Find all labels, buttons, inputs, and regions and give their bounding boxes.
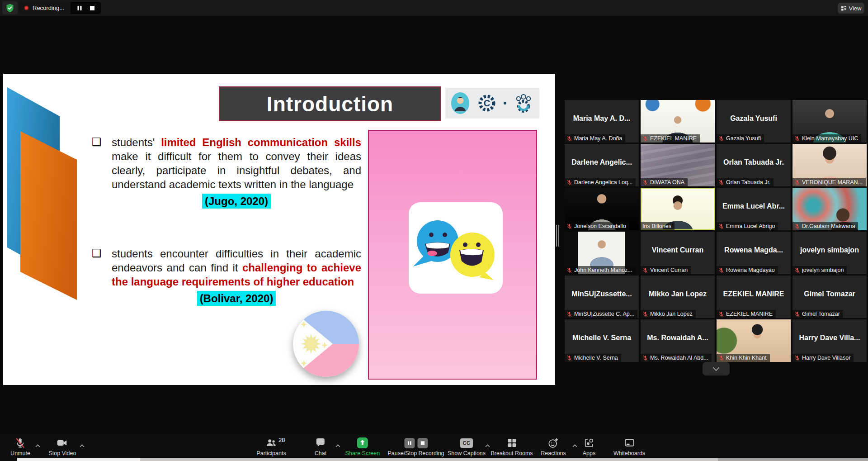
participant-label: Ms. Rowaidah Al Abd... <box>641 354 712 362</box>
view-button[interactable]: View <box>838 3 864 14</box>
participant-display-name: Gimel Tomazar <box>793 290 867 298</box>
stop-icon[interactable] <box>417 438 428 448</box>
participant-tile[interactable]: Iris Billones <box>641 188 715 230</box>
participant-tile[interactable]: EZEKIEL MANIREEZEKIEL MANIRE <box>717 276 791 318</box>
muted-mic-icon <box>642 355 648 361</box>
mic-muted-icon <box>15 437 26 449</box>
dot-separator <box>504 102 506 105</box>
participant-label: Gimel Tomazar <box>793 310 843 318</box>
security-shield-icon[interactable] <box>2 1 18 14</box>
reactions-options-chevron[interactable] <box>572 441 577 449</box>
participant-tile[interactable]: Darlene Angelic...Darlene Angelica Loq..… <box>565 144 639 186</box>
stop-video-button[interactable]: Stop Video <box>49 437 76 456</box>
participant-label: Maria May A. Doña <box>565 134 625 143</box>
bullet-2: ❑ students encounter difficulties in the… <box>92 247 363 306</box>
participant-tile[interactable]: Michelle V. SernaMichelle V. Serna <box>565 319 639 362</box>
participant-tile[interactable]: Vincent CurranVincent Curran <box>641 232 715 274</box>
participant-tile[interactable]: Gimel TomazarGimel Tomazar <box>793 276 867 318</box>
chat-button[interactable]: Chat <box>315 437 326 456</box>
apps-button[interactable]: Apps <box>583 437 596 456</box>
participant-tile[interactable]: EZEKIEL MANIRE <box>641 100 715 143</box>
participants-button[interactable]: 28 Participants <box>256 437 286 456</box>
video-options-chevron[interactable] <box>80 441 85 449</box>
participant-tile[interactable]: jovelyn simbajonjovelyn simbajon <box>793 232 867 274</box>
participant-tile[interactable]: MinSU|Zussette...MinSU|Zussette C. Ap... <box>565 276 639 318</box>
breakout-rooms-button[interactable]: Breakout Rooms <box>491 437 533 456</box>
svg-text:C: C <box>484 98 490 108</box>
participant-label: Jonelson Escandallo <box>565 222 629 230</box>
citation-bolivar: (Bolivar, 2020) <box>197 291 276 306</box>
participant-tile[interactable]: Maria May A. D...Maria May A. Doña <box>565 100 639 143</box>
participant-tile[interactable]: Mikko Jan LopezMikko Jan Lopez <box>641 276 715 318</box>
participant-tile[interactable]: Klein Mamayabay UIC <box>793 100 867 143</box>
meeting-toolbar: Unmute Stop Video 28 Participants Chat S… <box>0 435 868 461</box>
panel-resize-handle[interactable] <box>556 225 560 247</box>
muted-mic-icon <box>718 180 724 185</box>
participants-label: Participants <box>256 450 286 456</box>
muted-mic-icon <box>794 311 800 317</box>
whiteboards-label: Whiteboards <box>613 450 645 456</box>
participant-tile[interactable]: VERONIQUE MARAN... <box>793 144 867 186</box>
participant-label: Iris Billones <box>641 222 675 230</box>
bullet-1-red-text: limited English communication skills <box>161 136 361 148</box>
reactions-button[interactable]: Reactions <box>541 437 566 456</box>
unmute-button[interactable]: Unmute <box>10 437 30 456</box>
captions-options-chevron[interactable] <box>485 441 490 449</box>
chevron-down-icon <box>712 367 720 371</box>
muted-mic-icon <box>566 223 572 229</box>
participant-tile[interactable]: DIWATA ONA <box>641 144 715 186</box>
bullet-1: ❑ students' limited English communicatio… <box>92 135 363 209</box>
participant-display-name: Gazala Yusufi <box>717 114 791 123</box>
participant-tile[interactable]: Jonelson Escandallo <box>565 188 639 230</box>
recording-label-bottom: Pause/Stop Recording <box>387 450 444 456</box>
participant-tile[interactable]: Rowena Magda...Rowena Magdayao <box>717 232 791 274</box>
muted-mic-icon <box>566 311 572 317</box>
participant-tile[interactable]: Orlan Tabuada Jr.Orlan Tabuada Jr. <box>717 144 791 186</box>
people-gear-logo-icon <box>513 92 534 114</box>
participant-tile[interactable]: John Kenneth Manoz... <box>565 232 639 274</box>
muted-mic-icon <box>718 136 724 142</box>
stop-recording-icon[interactable] <box>90 5 95 11</box>
stop-video-label: Stop Video <box>49 450 76 456</box>
participant-label: EZEKIEL MANIRE <box>641 134 700 143</box>
chat-options-chevron[interactable] <box>335 441 340 449</box>
muted-mic-icon <box>642 311 648 317</box>
participant-display-name: Harry Dave Villa... <box>793 334 867 342</box>
breakout-rooms-icon <box>506 437 517 448</box>
participant-tile[interactable]: Gazala YusufiGazala Yusufi <box>717 100 791 143</box>
gallery-view-icon <box>841 5 847 11</box>
share-screen-icon <box>357 437 368 448</box>
participant-tile[interactable]: Khin Khin Khant <box>717 319 791 362</box>
pause-recording-icon[interactable] <box>77 5 82 11</box>
participant-tile[interactable]: Harry Dave Villa...Harry Dave Villasor <box>793 319 867 362</box>
participant-display-name: Rowena Magda... <box>717 246 791 254</box>
participant-display-name: Mikko Jan Lopez <box>641 290 715 298</box>
bullet-1-text-post: make it difficult for them to convey the… <box>112 150 361 190</box>
participant-display-name: Ms. Rowaidah A... <box>641 334 715 342</box>
muted-mic-icon <box>566 355 572 361</box>
philippine-flag-icon <box>293 311 359 377</box>
participant-tile[interactable]: Dr.Gautam Makwana <box>793 188 867 230</box>
apps-icon <box>584 437 594 448</box>
participant-label: Darlene Angelica Loq... <box>565 178 636 186</box>
unmute-options-chevron[interactable] <box>35 441 40 449</box>
muted-mic-icon <box>718 355 724 361</box>
participant-tile[interactable]: Ms. Rowaidah A...Ms. Rowaidah Al Abd... <box>641 319 715 362</box>
participant-label: Gazala Yusufi <box>717 134 764 143</box>
participant-label: VERONIQUE MARAN... <box>793 178 866 186</box>
show-captions-button[interactable]: CC Show Captions <box>448 437 486 456</box>
pause-stop-recording-button[interactable]: Pause/Stop Recording <box>387 437 444 456</box>
slide-title: Introduction <box>267 92 393 116</box>
participant-display-name: Michelle V. Serna <box>565 334 639 342</box>
participants-icon <box>266 437 277 449</box>
muted-mic-icon <box>566 267 572 273</box>
collapse-grid-button[interactable] <box>703 362 730 375</box>
checkbox-bullet-icon: ❑ <box>92 135 112 209</box>
share-screen-button[interactable]: Share Screen <box>345 437 380 456</box>
share-screen-label: Share Screen <box>345 450 380 456</box>
participant-tile[interactable]: Emma Lucel Abr...Emma Lucel Abrigo <box>717 188 791 230</box>
participant-display-name: jovelyn simbajon <box>793 246 867 254</box>
pause-icon[interactable] <box>404 438 415 448</box>
whiteboards-button[interactable]: Whiteboards <box>613 437 645 456</box>
muted-mic-icon <box>718 311 724 317</box>
